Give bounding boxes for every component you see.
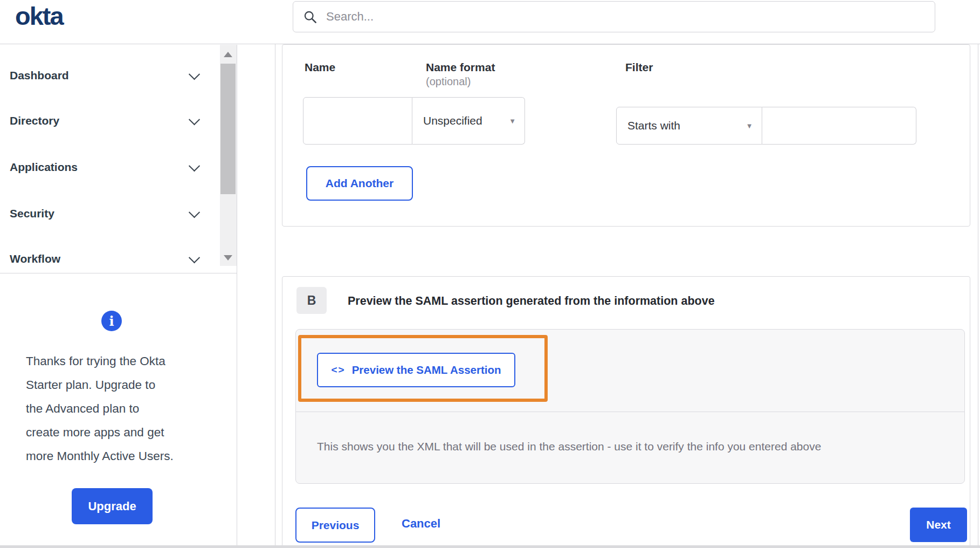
search-input[interactable] <box>325 9 925 24</box>
sidebar-item-security[interactable]: Security <box>10 202 198 225</box>
section-b-badge: B <box>296 287 327 314</box>
sidebar-item-dashboard[interactable]: Dashboard <box>10 64 198 87</box>
name-format-select[interactable]: Unspecified ▼ <box>412 97 525 145</box>
upgrade-message-line: more Monthly Active Users. <box>26 444 209 468</box>
name-format-optional-label: (optional) <box>426 76 471 88</box>
name-format-column-label: Name format <box>426 61 495 74</box>
search-icon <box>303 10 318 24</box>
sidebar-item-label: Dashboard <box>10 69 69 82</box>
okta-logo[interactable]: okta <box>15 1 63 31</box>
sidebar-item-workflow[interactable]: Workflow <box>10 247 198 271</box>
upgrade-message-line: Thanks for trying the Okta <box>26 350 209 373</box>
okta-admin-page: { "header": { "logo": "okta", "search_pl… <box>0 0 980 548</box>
cancel-link[interactable]: Cancel <box>402 517 440 531</box>
filter-field-group: Starts with ▼ <box>616 107 916 145</box>
sidebar-nav: Dashboard Directory Applications Securit… <box>0 45 237 273</box>
highlight-annotation-rectangle <box>298 335 548 402</box>
filter-value-input[interactable] <box>762 107 916 144</box>
dropdown-caret-icon: ▼ <box>746 122 753 130</box>
scrollbar-thumb[interactable] <box>220 64 236 194</box>
attribute-name-field[interactable] <box>303 97 412 145</box>
name-field-group: Unspecified ▼ <box>303 97 525 145</box>
filter-operator-select[interactable]: Starts with ▼ <box>616 107 762 145</box>
chevron-down-icon <box>189 252 200 263</box>
info-icon: i <box>101 311 122 331</box>
filter-operator-selected-value: Starts with <box>627 119 680 132</box>
sidebar-item-directory[interactable]: Directory <box>10 109 198 133</box>
name-format-selected-value: Unspecified <box>423 114 482 127</box>
dropdown-caret-icon: ▼ <box>509 117 516 125</box>
scroll-down-arrow-icon[interactable] <box>224 255 232 261</box>
filter-value-field[interactable] <box>762 107 917 145</box>
chevron-down-icon <box>189 68 200 80</box>
sidebar-item-label: Applications <box>10 161 78 174</box>
sidebar-item-label: Security <box>10 207 54 220</box>
section-b-title: Preview the SAML assertion generated fro… <box>348 294 715 308</box>
sidebar-item-label: Directory <box>10 114 59 127</box>
filter-column-label: Filter <box>625 61 653 74</box>
top-header: okta <box>0 0 980 44</box>
previous-button[interactable]: Previous <box>295 508 375 543</box>
name-column-label: Name <box>305 61 335 74</box>
upgrade-message-line: the Advanced plan to <box>26 397 209 421</box>
upgrade-message-line: Starter plan. Upgrade to <box>26 373 209 397</box>
preview-panel-divider <box>295 412 965 412</box>
scroll-up-arrow-icon[interactable] <box>224 52 232 57</box>
upgrade-message: Thanks for trying the Okta Starter plan.… <box>26 350 209 468</box>
next-button[interactable]: Next <box>910 508 967 542</box>
attribute-name-input[interactable] <box>303 98 412 144</box>
upgrade-message-line: create more apps and get <box>26 421 209 444</box>
chevron-down-icon <box>189 160 200 172</box>
sidebar-item-applications[interactable]: Applications <box>10 155 198 179</box>
chevron-down-icon <box>189 114 200 125</box>
upgrade-button[interactable]: Upgrade <box>72 488 153 524</box>
bottom-edge-strip <box>0 545 980 548</box>
chevron-down-icon <box>189 207 200 218</box>
sidebar-item-label: Workflow <box>10 252 60 265</box>
sidebar-scrollbar[interactable] <box>220 45 237 266</box>
assertion-preview-description: This shows you the XML that will be used… <box>317 440 958 453</box>
global-search[interactable] <box>293 1 935 32</box>
add-another-button[interactable]: Add Another <box>306 166 413 201</box>
